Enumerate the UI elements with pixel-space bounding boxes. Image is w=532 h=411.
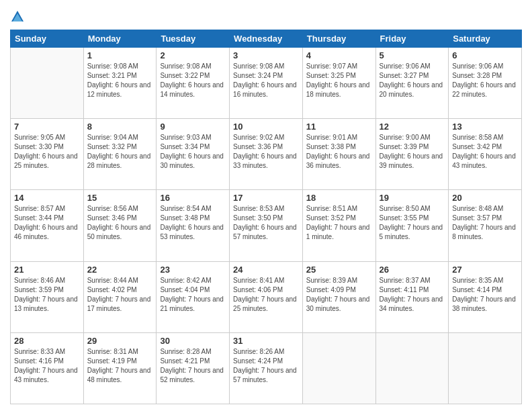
weekday-header: Monday xyxy=(83,30,157,48)
day-number: 31 xyxy=(233,336,299,346)
day-detail: Sunrise: 8:53 AMSunset: 3:50 PMDaylight:… xyxy=(233,204,299,242)
calendar-cell: 3Sunrise: 9:08 AMSunset: 3:24 PMDaylight… xyxy=(230,48,303,119)
day-detail: Sunrise: 8:41 AMSunset: 4:06 PMDaylight:… xyxy=(233,276,299,314)
day-number: 4 xyxy=(306,50,372,60)
calendar-cell: 7Sunrise: 9:05 AMSunset: 3:30 PMDaylight… xyxy=(11,119,84,190)
day-number: 17 xyxy=(233,193,299,203)
day-number: 3 xyxy=(233,50,299,60)
day-number: 5 xyxy=(380,50,445,60)
day-number: 29 xyxy=(87,336,153,346)
logo-icon xyxy=(10,9,25,24)
calendar-week-row: 14Sunrise: 8:57 AMSunset: 3:44 PMDayligh… xyxy=(11,190,522,261)
calendar-cell: 24Sunrise: 8:41 AMSunset: 4:06 PMDayligh… xyxy=(230,261,303,332)
calendar-week-row: 1Sunrise: 9:08 AMSunset: 3:21 PMDaylight… xyxy=(11,48,522,119)
day-detail: Sunrise: 8:56 AMSunset: 3:46 PMDaylight:… xyxy=(87,204,153,242)
day-number: 6 xyxy=(452,50,518,60)
calendar-cell: 22Sunrise: 8:44 AMSunset: 4:02 PMDayligh… xyxy=(83,261,157,332)
weekday-header: Friday xyxy=(375,30,449,48)
weekday-header: Tuesday xyxy=(157,30,230,48)
calendar-cell: 19Sunrise: 8:50 AMSunset: 3:55 PMDayligh… xyxy=(375,190,449,261)
day-number: 20 xyxy=(452,193,518,203)
day-number: 21 xyxy=(14,265,80,275)
day-number: 15 xyxy=(87,193,153,203)
weekday-header: Saturday xyxy=(449,30,522,48)
calendar-cell: 26Sunrise: 8:37 AMSunset: 4:11 PMDayligh… xyxy=(375,261,449,332)
day-detail: Sunrise: 8:26 AMSunset: 4:24 PMDaylight:… xyxy=(233,347,299,385)
calendar-week-row: 7Sunrise: 9:05 AMSunset: 3:30 PMDaylight… xyxy=(11,119,522,190)
day-detail: Sunrise: 9:06 AMSunset: 3:28 PMDaylight:… xyxy=(452,62,518,99)
calendar-cell xyxy=(11,48,84,119)
day-number: 2 xyxy=(160,50,226,60)
day-detail: Sunrise: 8:39 AMSunset: 4:09 PMDaylight:… xyxy=(306,276,372,314)
day-detail: Sunrise: 8:31 AMSunset: 4:19 PMDaylight:… xyxy=(87,347,153,385)
logo xyxy=(10,9,28,24)
day-number: 9 xyxy=(160,122,226,132)
calendar-header-row: SundayMondayTuesdayWednesdayThursdayFrid… xyxy=(11,30,522,48)
calendar-cell: 27Sunrise: 8:35 AMSunset: 4:14 PMDayligh… xyxy=(449,261,522,332)
day-number: 7 xyxy=(14,122,80,132)
calendar-cell: 14Sunrise: 8:57 AMSunset: 3:44 PMDayligh… xyxy=(11,190,84,261)
calendar-cell: 12Sunrise: 9:00 AMSunset: 3:39 PMDayligh… xyxy=(375,119,449,190)
day-number: 28 xyxy=(14,336,80,346)
calendar-cell: 1Sunrise: 9:08 AMSunset: 3:21 PMDaylight… xyxy=(83,48,157,119)
calendar-cell: 31Sunrise: 8:26 AMSunset: 4:24 PMDayligh… xyxy=(230,332,303,404)
calendar-cell: 10Sunrise: 9:02 AMSunset: 3:36 PMDayligh… xyxy=(230,119,303,190)
weekday-header: Thursday xyxy=(302,30,375,48)
calendar-cell: 17Sunrise: 8:53 AMSunset: 3:50 PMDayligh… xyxy=(230,190,303,261)
weekday-header: Wednesday xyxy=(230,30,303,48)
day-detail: Sunrise: 8:33 AMSunset: 4:16 PMDaylight:… xyxy=(14,347,80,385)
weekday-header: Sunday xyxy=(11,30,84,48)
day-number: 16 xyxy=(160,193,226,203)
day-detail: Sunrise: 9:07 AMSunset: 3:25 PMDaylight:… xyxy=(306,62,372,99)
day-number: 25 xyxy=(306,265,372,275)
calendar-cell: 21Sunrise: 8:46 AMSunset: 3:59 PMDayligh… xyxy=(11,261,84,332)
day-detail: Sunrise: 9:08 AMSunset: 3:22 PMDaylight:… xyxy=(160,62,226,99)
day-detail: Sunrise: 8:28 AMSunset: 4:21 PMDaylight:… xyxy=(160,347,226,385)
day-number: 8 xyxy=(87,122,153,132)
calendar-cell: 13Sunrise: 8:58 AMSunset: 3:42 PMDayligh… xyxy=(449,119,522,190)
day-detail: Sunrise: 9:05 AMSunset: 3:30 PMDaylight:… xyxy=(14,133,80,171)
calendar-cell: 25Sunrise: 8:39 AMSunset: 4:09 PMDayligh… xyxy=(302,261,375,332)
calendar-cell: 30Sunrise: 8:28 AMSunset: 4:21 PMDayligh… xyxy=(157,332,230,404)
day-number: 12 xyxy=(380,122,445,132)
day-detail: Sunrise: 8:48 AMSunset: 3:57 PMDaylight:… xyxy=(452,204,518,242)
day-number: 1 xyxy=(87,50,153,60)
day-detail: Sunrise: 9:06 AMSunset: 3:27 PMDaylight:… xyxy=(380,62,445,99)
day-number: 14 xyxy=(14,193,80,203)
calendar-cell: 8Sunrise: 9:04 AMSunset: 3:32 PMDaylight… xyxy=(83,119,157,190)
day-number: 26 xyxy=(380,265,445,275)
day-detail: Sunrise: 8:42 AMSunset: 4:04 PMDaylight:… xyxy=(160,276,226,314)
day-detail: Sunrise: 8:51 AMSunset: 3:52 PMDaylight:… xyxy=(306,204,372,242)
day-number: 24 xyxy=(233,265,299,275)
calendar-cell xyxy=(302,332,375,404)
day-number: 18 xyxy=(306,193,372,203)
calendar-cell: 20Sunrise: 8:48 AMSunset: 3:57 PMDayligh… xyxy=(449,190,522,261)
day-detail: Sunrise: 8:44 AMSunset: 4:02 PMDaylight:… xyxy=(87,276,153,314)
day-detail: Sunrise: 8:58 AMSunset: 3:42 PMDaylight:… xyxy=(452,133,518,171)
calendar-cell: 4Sunrise: 9:07 AMSunset: 3:25 PMDaylight… xyxy=(302,48,375,119)
day-detail: Sunrise: 9:00 AMSunset: 3:39 PMDaylight:… xyxy=(380,133,445,171)
calendar-cell: 5Sunrise: 9:06 AMSunset: 3:27 PMDaylight… xyxy=(375,48,449,119)
day-detail: Sunrise: 8:54 AMSunset: 3:48 PMDaylight:… xyxy=(160,204,226,242)
day-number: 11 xyxy=(306,122,372,132)
header xyxy=(10,7,522,24)
calendar-cell: 9Sunrise: 9:03 AMSunset: 3:34 PMDaylight… xyxy=(157,119,230,190)
day-number: 30 xyxy=(160,336,226,346)
page: SundayMondayTuesdayWednesdayThursdayFrid… xyxy=(0,0,532,411)
calendar-cell: 23Sunrise: 8:42 AMSunset: 4:04 PMDayligh… xyxy=(157,261,230,332)
calendar-cell: 2Sunrise: 9:08 AMSunset: 3:22 PMDaylight… xyxy=(157,48,230,119)
calendar-cell: 16Sunrise: 8:54 AMSunset: 3:48 PMDayligh… xyxy=(157,190,230,261)
calendar-cell: 18Sunrise: 8:51 AMSunset: 3:52 PMDayligh… xyxy=(302,190,375,261)
day-number: 19 xyxy=(380,193,445,203)
day-detail: Sunrise: 8:37 AMSunset: 4:11 PMDaylight:… xyxy=(380,276,445,314)
calendar-cell xyxy=(375,332,449,404)
calendar-cell: 28Sunrise: 8:33 AMSunset: 4:16 PMDayligh… xyxy=(11,332,84,404)
calendar-cell: 29Sunrise: 8:31 AMSunset: 4:19 PMDayligh… xyxy=(83,332,157,404)
calendar-cell: 11Sunrise: 9:01 AMSunset: 3:38 PMDayligh… xyxy=(302,119,375,190)
day-detail: Sunrise: 9:08 AMSunset: 3:21 PMDaylight:… xyxy=(87,62,153,99)
day-detail: Sunrise: 9:01 AMSunset: 3:38 PMDaylight:… xyxy=(306,133,372,171)
day-detail: Sunrise: 8:35 AMSunset: 4:14 PMDaylight:… xyxy=(452,276,518,314)
day-number: 23 xyxy=(160,265,226,275)
day-detail: Sunrise: 8:50 AMSunset: 3:55 PMDaylight:… xyxy=(380,204,445,242)
day-detail: Sunrise: 9:02 AMSunset: 3:36 PMDaylight:… xyxy=(233,133,299,171)
